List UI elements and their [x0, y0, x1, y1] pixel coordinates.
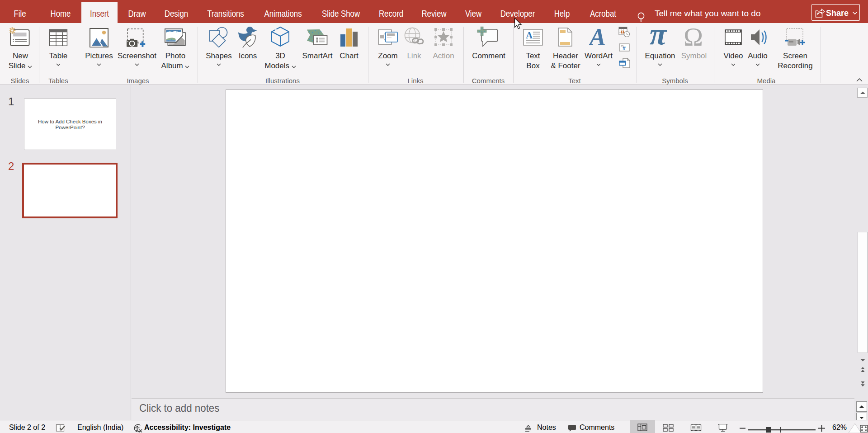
svg-text:A: A: [526, 30, 533, 41]
svg-text:Ω: Ω: [684, 25, 703, 47]
svg-text:A: A: [589, 26, 606, 47]
svg-text:#: #: [623, 45, 626, 52]
svg-text:π: π: [650, 25, 667, 47]
